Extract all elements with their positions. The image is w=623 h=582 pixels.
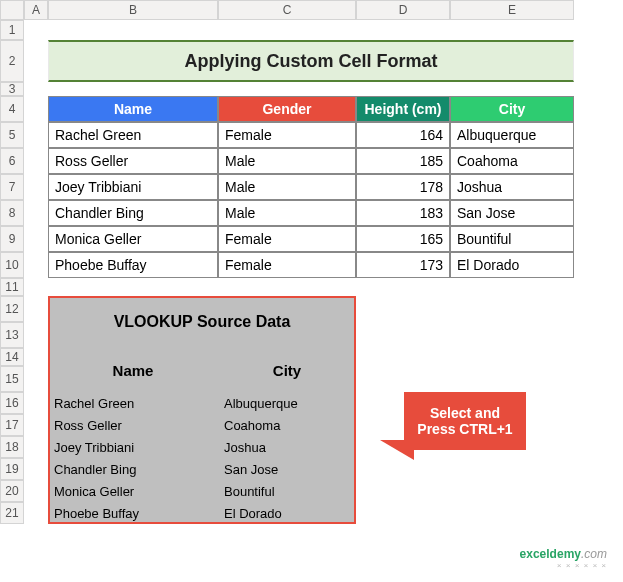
source-name[interactable]: Joey Tribbiani: [48, 436, 218, 458]
source-name[interactable]: Rachel Green: [48, 392, 218, 414]
cell-gender[interactable]: Male: [218, 200, 356, 226]
cell-gender[interactable]: Female: [218, 252, 356, 278]
source-title[interactable]: VLOOKUP Source Data: [48, 296, 356, 348]
cell-name[interactable]: Chandler Bing: [48, 200, 218, 226]
source-city[interactable]: San Jose: [218, 458, 356, 480]
row-header-9[interactable]: 9: [0, 226, 24, 252]
col-header-D[interactable]: D: [356, 0, 450, 20]
row-header-20[interactable]: 20: [0, 480, 24, 502]
row-header-15[interactable]: 15: [0, 366, 24, 392]
select-all-corner[interactable]: [0, 0, 24, 20]
watermark-suffix: .com: [581, 547, 607, 561]
cell-height[interactable]: 185: [356, 148, 450, 174]
source-name[interactable]: Ross Geller: [48, 414, 218, 436]
header-city[interactable]: City: [450, 96, 574, 122]
cell-city[interactable]: Coahoma: [450, 148, 574, 174]
row-header-17[interactable]: 17: [0, 414, 24, 436]
watermark-brand: exceldemy: [520, 547, 581, 561]
row-header-14[interactable]: 14: [0, 348, 24, 366]
header-height[interactable]: Height (cm): [356, 96, 450, 122]
row-header-12[interactable]: 12: [0, 296, 24, 322]
page-title[interactable]: Applying Custom Cell Format: [48, 40, 574, 82]
cell-gender[interactable]: Male: [218, 148, 356, 174]
row-header-13[interactable]: 13: [0, 322, 24, 348]
cell-city[interactable]: San Jose: [450, 200, 574, 226]
row-header-2[interactable]: 2: [0, 40, 24, 82]
row-header-4[interactable]: 4: [0, 96, 24, 122]
cell-name[interactable]: Rachel Green: [48, 122, 218, 148]
row-header-7[interactable]: 7: [0, 174, 24, 200]
row-header-10[interactable]: 10: [0, 252, 24, 278]
col-header-A[interactable]: A: [24, 0, 48, 20]
cell-name[interactable]: Monica Geller: [48, 226, 218, 252]
cell-city[interactable]: Bountiful: [450, 226, 574, 252]
source-city[interactable]: Bountiful: [218, 480, 356, 502]
row-header-19[interactable]: 19: [0, 458, 24, 480]
source-city[interactable]: Coahoma: [218, 414, 356, 436]
row-header-1[interactable]: 1: [0, 20, 24, 40]
source-header-city[interactable]: City: [218, 348, 356, 392]
cell-city[interactable]: El Dorado: [450, 252, 574, 278]
watermark-tag: × × × × × ×: [520, 561, 607, 570]
header-gender[interactable]: Gender: [218, 96, 356, 122]
row-header-11[interactable]: 11: [0, 278, 24, 296]
row-header-16[interactable]: 16: [0, 392, 24, 414]
source-name[interactable]: Monica Geller: [48, 480, 218, 502]
row-header-8[interactable]: 8: [0, 200, 24, 226]
cell-gender[interactable]: Male: [218, 174, 356, 200]
source-city[interactable]: Joshua: [218, 436, 356, 458]
row-header-5[interactable]: 5: [0, 122, 24, 148]
col-header-B[interactable]: B: [48, 0, 218, 20]
row-header-18[interactable]: 18: [0, 436, 24, 458]
source-city[interactable]: El Dorado: [218, 502, 356, 524]
cell-gender[interactable]: Female: [218, 122, 356, 148]
cell-height[interactable]: 178: [356, 174, 450, 200]
cell-height[interactable]: 173: [356, 252, 450, 278]
source-name[interactable]: Phoebe Buffay: [48, 502, 218, 524]
cell-name[interactable]: Phoebe Buffay: [48, 252, 218, 278]
cell-name[interactable]: Joey Tribbiani: [48, 174, 218, 200]
source-name[interactable]: Chandler Bing: [48, 458, 218, 480]
cell-name[interactable]: Ross Geller: [48, 148, 218, 174]
callout-annotation: Select and Press CTRL+1: [404, 392, 526, 450]
col-header-C[interactable]: C: [218, 0, 356, 20]
source-header-name[interactable]: Name: [48, 348, 218, 392]
source-city[interactable]: Albuquerque: [218, 392, 356, 414]
cell-city[interactable]: Albuquerque: [450, 122, 574, 148]
row-header-6[interactable]: 6: [0, 148, 24, 174]
row-header-21[interactable]: 21: [0, 502, 24, 524]
watermark: exceldemy.com × × × × × ×: [520, 547, 607, 570]
cell-height[interactable]: 183: [356, 200, 450, 226]
cell-gender[interactable]: Female: [218, 226, 356, 252]
row-header-3[interactable]: 3: [0, 82, 24, 96]
cell-height[interactable]: 164: [356, 122, 450, 148]
cell-height[interactable]: 165: [356, 226, 450, 252]
col-header-E[interactable]: E: [450, 0, 574, 20]
header-name[interactable]: Name: [48, 96, 218, 122]
cell-city[interactable]: Joshua: [450, 174, 574, 200]
